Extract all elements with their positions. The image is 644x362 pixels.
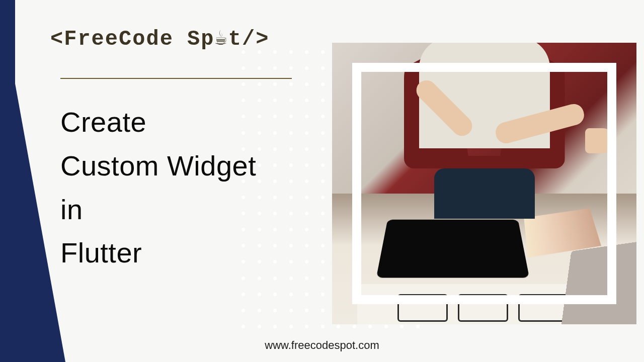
title-line-2: Custom Widget [60, 144, 256, 188]
wireframe-rect [518, 294, 569, 322]
hero-photo [332, 43, 636, 324]
drawing-tablet [376, 220, 529, 278]
coffee-mug-icon: ☕ [214, 25, 228, 51]
site-logo: <FreeCode Sp☕t/> [50, 25, 269, 51]
title-line-3: in [60, 188, 256, 232]
page-title: Create Custom Widget in Flutter [60, 101, 256, 275]
wireframe-rect [397, 294, 448, 322]
logo-text-open: <FreeCode Sp [50, 27, 214, 51]
logo-text-close: t/> [228, 27, 270, 51]
wireframe-rect [458, 294, 508, 322]
jeans [434, 168, 535, 219]
laptop [561, 238, 636, 324]
footer-url: www.freecodespot.com [265, 339, 379, 352]
title-line-4: Flutter [60, 231, 256, 275]
navy-accent-bar [0, 0, 15, 362]
title-line-1: Create [60, 101, 256, 144]
hand-right [585, 128, 615, 153]
divider-line [60, 78, 292, 79]
person [394, 43, 575, 219]
